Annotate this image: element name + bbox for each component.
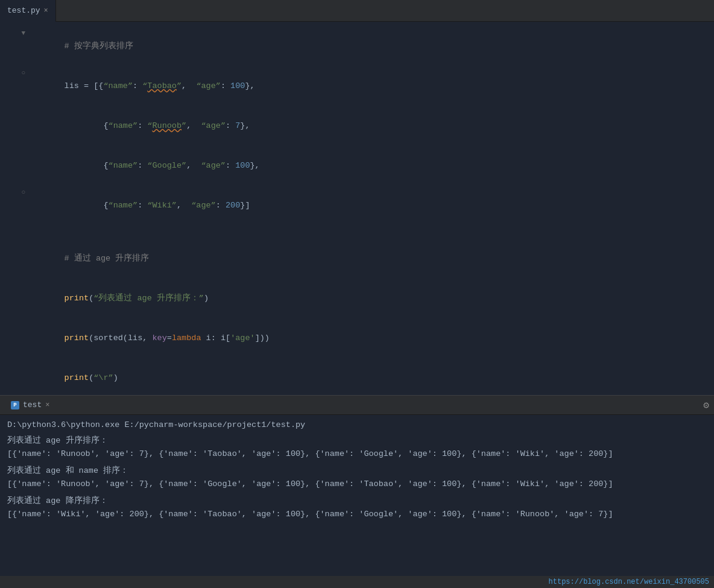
code-line-2: ○ lis = [{“name”: “Taobao”, “age”: 100}, [0,66,714,106]
gutter-1: ▼ [0,27,30,40]
terminal-exec-path: D:\python3.6\python.exe E:/pycharm-works… [7,419,707,432]
editor-tab-test-py[interactable]: test.py × [0,0,56,22]
exec-path-text: D:\python3.6\python.exe E:/pycharm-works… [7,420,305,429]
comment-1: # 按字典列表排序 [65,42,133,51]
settings-gear-icon[interactable]: ⚙ [703,399,709,411]
tab-close-icon[interactable]: × [44,7,48,15]
terminal-tab-left: P test × [5,396,55,415]
terminal-footer: https://blog.csdn.net/weixin_43700505 [0,576,714,588]
editor-area: ▼ # 按字典列表排序 ○ lis = [{“name”: “Taobao”, … [0,22,714,395]
line-content-8: print(“列表通过 age 升序排序：”) [30,279,714,318]
code-line-5: ○ {“name”: “Wiki”, “age”: 200}] [0,186,714,226]
code-line-7: # 通过 age 升序排序 [0,239,714,279]
terminal-close-icon[interactable]: × [45,401,49,409]
line-content-1: # 按字典列表排序 [30,27,714,66]
terminal-output3-label: 列表通过 age 降序排序： [7,495,707,508]
terminal-output2-label: 列表通过 age 和 name 排序： [7,464,707,478]
line-content-2: lis = [{“name”: “Taobao”, “age”: 100}, [30,66,714,106]
terminal-output1-label: 列表通过 age 升序排序： [7,434,707,447]
line-content-10: print(“\r”) [30,358,714,395]
code-line-10: print(“\r”) [0,358,714,395]
fold-icon-1[interactable]: ▼ [21,27,25,40]
fold-icon-5[interactable]: ○ [21,186,25,199]
terminal-tab-bar: P test × ⚙ [0,396,714,415]
terminal-tab-test[interactable]: P test × [5,396,55,415]
terminal-tab-label: test [23,400,42,409]
line-content-6 [30,226,714,239]
code-line-3: {“name”: “Runoob”, “age”: 7}, [0,106,714,146]
terminal-output2-data: [{'name': 'Runoob', 'age': 7}, {'name': … [7,478,707,491]
code-line-1: ▼ # 按字典列表排序 [0,27,714,66]
python-icon: P [11,401,19,409]
line-content-4: {“name”: “Google”, “age”: 100}, [30,146,714,186]
line-content-9: print(sorted(lis, key=lambda i: i['age']… [30,318,714,358]
tab-label: test.py [7,6,40,15]
line-content-3: {“name”: “Runoob”, “age”: 7}, [30,106,714,146]
code-line-4: {“name”: “Google”, “age”: 100}, [0,146,714,186]
line-content-7: # 通过 age 升序排序 [30,239,714,279]
line-content-5: {“name”: “Wiki”, “age”: 200}] [30,186,714,226]
gutter-2: ○ [0,66,30,80]
terminal-output3-data: [{'name': 'Wiki', 'age': 200}, {'name': … [7,508,707,521]
editor-tab-bar: test.py × [0,0,714,22]
code-line-8: print(“列表通过 age 升序排序：”) [0,279,714,318]
terminal-content: D:\python3.6\python.exe E:/pycharm-works… [0,415,714,576]
terminal-panel: P test × ⚙ D:\python3.6\python.exe E:/py… [0,395,714,588]
footer-url-link[interactable]: https://blog.csdn.net/weixin_43700505 [549,578,709,586]
gutter-5: ○ [0,186,30,199]
terminal-output1-data: [{'name': 'Runoob', 'age': 7}, {'name': … [7,447,707,461]
code-line-6 [0,226,714,239]
fold-icon-2[interactable]: ○ [21,66,25,80]
code-line-9: print(sorted(lis, key=lambda i: i['age']… [0,318,714,358]
